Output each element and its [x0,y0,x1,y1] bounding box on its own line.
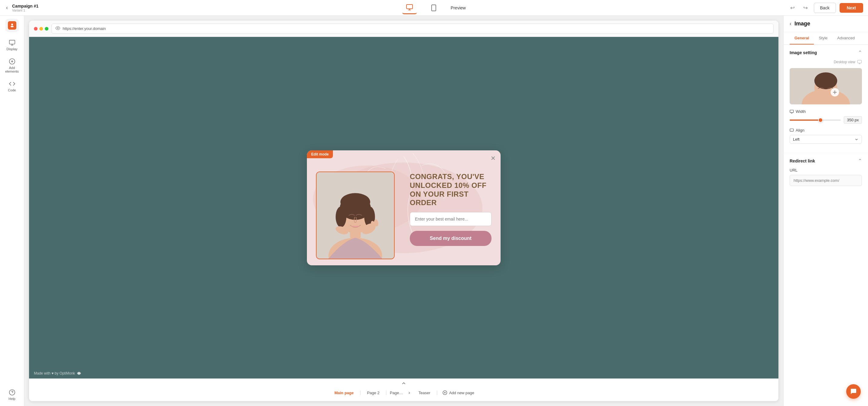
desktop-view-row: Desktop view [789,60,862,64]
svg-rect-34 [858,60,861,63]
popup-cta-button[interactable]: Send my discount [410,231,492,246]
svg-rect-46 [790,129,794,131]
topbar-left: ‹ Campaign #1 Variant 1 [5,3,38,12]
redirect-link-section: Redirect link ⌃ URL [783,153,868,191]
svg-point-30 [79,373,80,374]
collapse-icon[interactable]: ⌃ [858,50,862,55]
width-value[interactable]: 350 px [844,116,862,124]
svg-rect-6 [10,26,13,28]
made-with: Made with ♥ by OptiMonk [34,371,81,375]
align-control: Left [789,135,862,144]
image-setting-section: Image setting ⌃ Desktop view [783,45,868,153]
popup-email-input[interactable] [410,212,492,226]
popup-content-side: CONGRATS, YOU'VE UNLOCKED 10% OFF ON YOU… [404,150,501,265]
panel-back-icon[interactable]: ‹ [789,21,792,27]
url-label: URL [789,168,862,173]
svg-rect-7 [9,40,14,44]
right-panel: ‹ Image General Style Advanced Image set… [783,16,868,406]
tab-page-3[interactable]: Page… [387,388,406,398]
dot-green [45,27,49,31]
align-label: Align [789,128,862,132]
add-page-button[interactable]: Add new page [438,388,479,398]
display-icon [9,39,16,46]
sidebar-item-code[interactable]: Code [1,78,23,94]
eye-watermark-icon [77,371,81,375]
chevron-down-icon [855,137,859,142]
campaign-info: Campaign #1 Variant 1 [12,4,38,12]
sidebar-label-add-elements: Add elements [4,66,20,73]
panel-title: Image [795,21,810,27]
redirect-link-title: Redirect link [789,159,815,163]
logo-icon [8,21,17,30]
svg-rect-44 [790,110,794,112]
chat-bubble-button[interactable] [846,384,861,399]
desktop-device-button[interactable] [402,1,417,14]
back-arrow-icon[interactable]: ‹ [5,3,9,12]
redirect-link-header: Redirect link ⌃ [789,158,862,164]
svg-point-15 [57,28,58,29]
back-button[interactable]: Back [814,3,836,13]
width-icon [789,110,794,114]
browser-url-bar[interactable]: https://enter.your.domain [52,24,774,34]
image-setting-title: Image setting [789,50,817,55]
tab-next-button[interactable]: › [406,389,412,397]
panel-header: ‹ Image [783,16,868,32]
tab-style[interactable]: Style [814,32,832,44]
left-sidebar: Display Add elements Code Help [0,16,24,406]
popup-close-button[interactable]: ✕ [491,155,496,162]
logo-button[interactable] [5,19,19,32]
tab-general[interactable]: General [789,32,814,44]
image-preview-box[interactable] [789,68,862,104]
sidebar-item-add-elements[interactable]: Add elements [1,56,23,75]
width-slider[interactable] [789,120,841,121]
add-page-label: Add new page [449,391,474,395]
popup-container: ✕ Edit mode [307,150,501,265]
browser-mock: https://enter.your.domain [29,21,778,401]
width-label: Width [789,109,862,114]
redo-button[interactable]: ↪ [801,3,810,12]
redirect-collapse-icon[interactable]: ⌃ [858,158,862,164]
url-input[interactable] [789,175,862,186]
align-icon [789,128,794,132]
browser-bar: https://enter.your.domain [29,21,778,37]
tab-advanced[interactable]: Advanced [832,32,860,44]
tab-teaser[interactable]: Teaser [412,388,436,398]
undo-button[interactable]: ↩ [788,3,797,12]
image-preview [789,68,862,104]
tab-main-page[interactable]: Main page [329,388,360,398]
eye-icon [55,26,60,31]
edit-mode-badge: Edit mode [307,150,333,158]
panel-tabs: General Style Advanced [783,32,868,45]
width-slider-thumb [818,118,823,123]
preview-label: Preview [451,5,466,10]
align-setting-row: Align Left [789,128,862,144]
popup-headline: CONGRATS, YOU'VE UNLOCKED 10% OFF ON YOU… [410,173,492,207]
align-select[interactable]: Left [789,135,862,144]
footer-chevron[interactable] [399,379,408,388]
campaign-subtitle: Variant 1 [12,8,38,12]
browser-dots [34,27,49,31]
topbar-center: Preview [402,1,466,14]
sidebar-label-code: Code [8,88,16,92]
help-icon [9,389,16,396]
svg-point-13 [9,390,14,395]
code-icon [9,81,16,87]
sidebar-item-display[interactable]: Display [1,37,23,53]
svg-point-23 [336,206,346,227]
next-button[interactable]: Next [840,3,863,13]
canvas-footer: Main page | Page 2 | Page… › Teaser | Ad… [29,378,778,401]
svg-point-25 [340,193,370,211]
sidebar-item-help[interactable]: Help [1,387,23,403]
desktop-view-label: Desktop view [834,60,855,64]
svg-point-5 [11,24,13,25]
page-tabs: Main page | Page 2 | Page… › Teaser | Ad… [323,388,484,401]
mobile-device-button[interactable] [427,2,441,14]
add-page-icon [442,390,447,395]
width-setting-row: Width 350 px [789,109,862,124]
sidebar-label-display: Display [6,47,17,51]
tab-page-2[interactable]: Page 2 [361,388,385,398]
image-frame[interactable] [316,171,395,259]
campaign-title: Campaign #1 [12,4,38,8]
svg-point-40 [814,72,837,89]
image-setting-header: Image setting ⌃ [789,50,862,55]
